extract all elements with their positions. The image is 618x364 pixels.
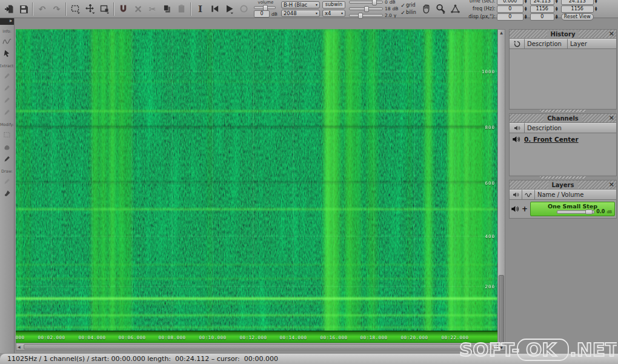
layers-name-column[interactable]: Name / Volume xyxy=(535,190,616,199)
volume-value-field[interactable]: 0 xyxy=(254,10,270,18)
freq-start-spinner[interactable]: ▲▼ xyxy=(525,7,529,11)
draw-brush-tool[interactable] xyxy=(2,188,12,198)
vertical-scrollbar-thumb[interactable] xyxy=(499,275,504,343)
delete-button[interactable] xyxy=(131,1,145,17)
subwin-button[interactable]: subwin xyxy=(322,1,345,8)
undo-button[interactable]: ↶ xyxy=(35,1,49,17)
paste-button[interactable] xyxy=(174,1,188,17)
scroll-left-icon[interactable]: ◀ xyxy=(16,344,22,349)
disp-x-spinner[interactable]: ▲▼ xyxy=(525,15,529,19)
close-icon[interactable]: × xyxy=(609,180,614,189)
axis-tool-button[interactable] xyxy=(448,1,462,17)
close-icon[interactable]: × xyxy=(609,114,614,122)
history-panel-titlebar[interactable]: History × xyxy=(510,30,616,39)
play-button[interactable] xyxy=(222,1,236,17)
level-range-slider[interactable] xyxy=(349,7,383,10)
scroll-up-icon[interactable]: ▲ xyxy=(499,30,504,35)
modify-select-tool[interactable] xyxy=(2,130,12,139)
volume-slider-knob[interactable] xyxy=(263,5,268,11)
layer-volume-slider[interactable] xyxy=(557,210,594,214)
fft-size-select[interactable]: 2048▾ xyxy=(281,10,320,17)
magnet-icon xyxy=(119,4,128,13)
level-max-knob[interactable] xyxy=(372,0,377,5)
transform-button[interactable] xyxy=(98,1,111,17)
history-resize-grip[interactable] xyxy=(540,110,586,112)
speaker-icon[interactable] xyxy=(511,205,519,213)
horizontal-scrollbar-thumb[interactable] xyxy=(24,344,490,349)
extract-tool-2[interactable] xyxy=(2,83,12,93)
copy-button[interactable] xyxy=(160,1,174,17)
time-length-field[interactable]: 24.113 xyxy=(530,0,554,5)
freq-end-field[interactable]: 1156 xyxy=(561,5,594,13)
modify-smudge-tool[interactable] xyxy=(2,142,12,151)
level-max-slider[interactable] xyxy=(349,1,383,4)
add-layer-button[interactable]: + xyxy=(520,205,529,213)
disp-x-field[interactable]: 0 xyxy=(497,13,523,21)
history-list[interactable] xyxy=(510,49,616,108)
save-button[interactable] xyxy=(16,1,30,17)
pan-tool-button[interactable] xyxy=(419,1,433,17)
layers-panel-titlebar[interactable]: Layers × xyxy=(510,180,616,190)
redo-button[interactable]: ↷ xyxy=(50,1,64,17)
layers-mute-column[interactable] xyxy=(510,190,522,199)
reset-view-button[interactable]: Reset View xyxy=(561,13,594,21)
record-button[interactable] xyxy=(237,1,251,17)
draw-pen-tool[interactable] xyxy=(2,176,12,186)
volume-slider[interactable] xyxy=(254,6,276,9)
freq-end-spinner[interactable]: ▲▼ xyxy=(595,7,599,11)
channels-mute-column[interactable] xyxy=(510,123,525,133)
import-button[interactable] xyxy=(2,1,16,17)
skip-to-start-button[interactable] xyxy=(208,1,222,17)
close-icon[interactable]: × xyxy=(609,30,614,38)
history-layer-column[interactable]: Layer xyxy=(568,39,616,48)
grid-checkbox[interactable]: ✓grid xyxy=(400,2,416,8)
channel-name[interactable]: 0. Front Center xyxy=(524,136,579,143)
channels-description-column[interactable]: Description xyxy=(525,123,616,133)
sidebar-collapse-button[interactable]: » xyxy=(0,18,14,25)
bilin-checkbox[interactable]: ✓bilin xyxy=(400,10,416,16)
play-icon xyxy=(225,4,234,14)
freq-start-field[interactable]: 0 xyxy=(497,5,523,13)
magnet-button[interactable] xyxy=(116,1,130,17)
channels-panel-titlebar[interactable]: Channels × xyxy=(510,114,616,123)
rect-select-button[interactable] xyxy=(68,1,82,17)
channel-row[interactable]: 0. Front Center xyxy=(510,133,616,145)
layer-volume-knob[interactable] xyxy=(585,210,593,214)
disp-y-spinner[interactable]: ▲▼ xyxy=(556,15,560,19)
zoom-tool-button[interactable] xyxy=(434,1,448,17)
zoom-factor-select[interactable]: x4▾ xyxy=(322,10,345,17)
vertical-scrollbar[interactable]: ▲ ▼ xyxy=(497,29,505,351)
info-curve-tool[interactable] xyxy=(2,36,12,46)
time-start-field[interactable]: 0.000 xyxy=(497,0,523,5)
pointer-tool[interactable] xyxy=(2,48,12,58)
layer-item-selected[interactable]: One Small Step 0.0 dB xyxy=(530,202,615,216)
layers-wave-column[interactable] xyxy=(522,190,535,199)
window-function-select[interactable]: B-H (Blac▾ xyxy=(281,1,320,8)
spectrogram-view[interactable]: 00:00.000 00:02.000 00:04.000 00:06.000 … xyxy=(16,29,497,343)
horizontal-scrollbar[interactable]: ◀ ▶ xyxy=(16,343,497,351)
time-end-spinner[interactable]: ▲▼ xyxy=(595,0,599,3)
gamma-knob[interactable] xyxy=(358,13,363,19)
level-range-knob[interactable] xyxy=(364,6,369,12)
history-description-column[interactable]: Description xyxy=(525,39,568,48)
speaker-icon[interactable] xyxy=(512,135,520,144)
cut-button[interactable]: ✂ xyxy=(145,1,159,17)
text-cursor-button[interactable]: I xyxy=(193,1,207,17)
pen-icon xyxy=(3,96,11,104)
move-button[interactable] xyxy=(83,1,97,17)
freq-range-spinner[interactable]: ▲▼ xyxy=(556,7,560,11)
extract-tool-3[interactable] xyxy=(2,95,12,105)
extract-tool-4[interactable] xyxy=(2,107,12,117)
time-start-spinner[interactable]: ▲▼ xyxy=(525,0,529,3)
freq-range-field[interactable]: 1156 xyxy=(530,5,554,13)
extract-tool-1[interactable] xyxy=(2,71,12,81)
pointer-icon xyxy=(3,50,11,58)
modify-pen-tool[interactable] xyxy=(2,154,12,164)
channels-resize-grip[interactable] xyxy=(540,176,586,179)
time-end-field[interactable]: 24.113 xyxy=(561,0,594,5)
history-undo-column[interactable] xyxy=(510,39,525,48)
time-length-spinner[interactable]: ▲▼ xyxy=(556,0,560,3)
layer-row[interactable]: + One Small Step 0.0 dB xyxy=(510,200,616,218)
gamma-slider[interactable] xyxy=(349,14,383,17)
disp-y-field[interactable]: 0 xyxy=(530,13,554,21)
